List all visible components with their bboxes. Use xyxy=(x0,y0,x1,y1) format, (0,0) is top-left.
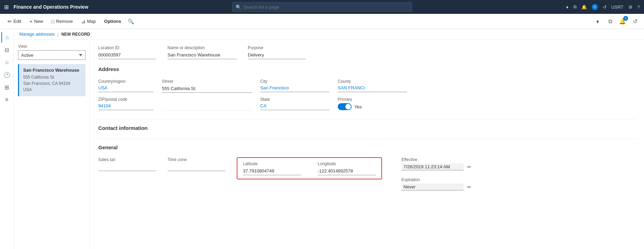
expiration-row: ✏ xyxy=(401,184,472,190)
name-description-input[interactable] xyxy=(167,52,237,59)
expiration-input[interactable] xyxy=(401,184,464,190)
sidebar-icon-favorites[interactable]: ☆ xyxy=(1,57,12,68)
expiration-group: Expiration ✏ xyxy=(401,177,472,190)
address-grid-row1: Country/region USA Street City San Franc… xyxy=(98,79,636,93)
search-bar[interactable]: 🔍 xyxy=(232,2,412,12)
notification-badge: 0 xyxy=(623,16,628,21)
general-fields-row: Sales tax Time zone Latitude xyxy=(98,157,636,190)
refresh-icon[interactable]: ↺ xyxy=(603,5,607,10)
name-description-group: Name or description xyxy=(167,45,237,59)
new-button[interactable]: + New xyxy=(26,17,46,26)
sidebar-icon-grid[interactable]: ⊞ xyxy=(1,82,12,93)
inner-layout: View Active San Francisco Warehouse 555 … xyxy=(14,40,644,248)
help-icon[interactable]: ? xyxy=(637,5,640,10)
refresh-toolbar-icon[interactable]: ↺ xyxy=(630,17,640,26)
time-zone-input[interactable] xyxy=(167,163,226,171)
settings-icon[interactable]: ⚙ xyxy=(628,5,633,10)
bookmark-toolbar-icon[interactable]: ♦ xyxy=(593,17,602,26)
state-group: State CA xyxy=(260,97,329,111)
bookmark-icon[interactable]: ♦ xyxy=(566,5,569,10)
contact-section: Contact information xyxy=(98,119,636,133)
record-card-line1: 555 California St. xyxy=(23,74,81,80)
sidebar-icon-filter[interactable]: ⊟ xyxy=(1,44,12,55)
effective-row: ✏ xyxy=(401,163,472,170)
sales-tax-label: Sales tax xyxy=(98,157,156,162)
options-button[interactable]: Options xyxy=(101,17,125,26)
breadcrumb-current: NEW RECORD xyxy=(61,32,90,37)
view-select[interactable]: Active xyxy=(18,50,85,60)
street-input[interactable] xyxy=(162,85,252,93)
record-card[interactable]: San Francisco Warehouse 555 California S… xyxy=(18,64,85,96)
edit-icon: ✏ xyxy=(8,19,12,24)
zip-value[interactable]: 94104 xyxy=(98,103,154,110)
sidebar-icon-recent[interactable]: 🕐 xyxy=(1,69,12,80)
layers-icon[interactable]: ⧉ xyxy=(573,4,577,10)
primary-toggle-label: Yes xyxy=(354,104,362,109)
notifications-wrap[interactable]: 🔔 xyxy=(581,5,587,10)
left-panel: View Active San Francisco Warehouse 555 … xyxy=(14,40,90,248)
latitude-label: Latitude xyxy=(243,161,301,166)
sales-tax-group: Sales tax xyxy=(98,157,156,171)
sidebar-icon-home[interactable]: ⌂ xyxy=(1,32,12,43)
primary-group: Primary Yes xyxy=(338,97,407,111)
toggle-knob xyxy=(345,104,351,109)
map-button[interactable]: ⊿ Map xyxy=(78,17,99,26)
location-id-group: Location ID xyxy=(98,45,156,59)
address-section: Address Country/region USA Street City xyxy=(98,66,636,111)
county-group: County SAN FRANCI xyxy=(338,79,407,93)
latitude-input[interactable] xyxy=(243,168,301,175)
remove-button[interactable]: □ Remove xyxy=(48,17,76,26)
edit-button[interactable]: ✏ Edit xyxy=(4,17,25,26)
sidebar-icon-list[interactable]: ≡ xyxy=(1,94,12,105)
county-value[interactable]: SAN FRANCI xyxy=(338,85,407,92)
map-icon: ⊿ xyxy=(81,19,85,24)
address-grid-row2: ZIP/postal code 94104 State CA Prima xyxy=(98,97,636,111)
purpose-label: Purpose xyxy=(248,45,306,50)
effective-input[interactable] xyxy=(401,163,464,170)
badge-number: 0 xyxy=(592,4,598,10)
search-input[interactable] xyxy=(232,2,412,12)
location-id-input[interactable] xyxy=(98,52,156,59)
time-zone-label: Time zone xyxy=(167,157,226,162)
toolbar: ✏ Edit + New □ Remove ⊿ Map Options 🔍 ♦ … xyxy=(0,14,644,29)
primary-toggle[interactable] xyxy=(338,103,352,110)
city-value[interactable]: San Francisco xyxy=(260,85,329,92)
primary-label: Primary xyxy=(338,97,407,102)
latitude-group: Latitude xyxy=(243,161,301,175)
expiration-edit-button[interactable]: ✏ xyxy=(466,184,472,190)
country-group: Country/region USA xyxy=(98,79,154,93)
edit-label: Edit xyxy=(13,19,21,24)
remove-label: Remove xyxy=(56,19,73,24)
toolbar-right-icons: ♦ ⧉ 🔔 0 ↺ xyxy=(593,17,640,26)
longitude-input[interactable] xyxy=(318,168,376,175)
purpose-input[interactable] xyxy=(248,52,306,59)
notifications-toolbar-icon[interactable]: 🔔 0 xyxy=(618,17,627,26)
purpose-group: Purpose xyxy=(248,45,306,59)
breadcrumb-separator: | xyxy=(57,32,58,37)
breadcrumb-link[interactable]: Manage addresses xyxy=(19,32,55,37)
remove-icon: □ xyxy=(52,19,54,24)
page-content: Manage addresses | NEW RECORD View Activ… xyxy=(14,29,644,249)
top-fields-row: Location ID Name or description Purpose xyxy=(98,45,636,59)
bell-icon[interactable]: 🔔 xyxy=(581,5,587,10)
user-label[interactable]: USRT xyxy=(611,5,624,10)
effective-label: Effective xyxy=(401,157,472,162)
street-group: Street xyxy=(162,79,252,93)
toolbar-search-icon[interactable]: 🔍 xyxy=(126,17,136,26)
longitude-group: Longitude xyxy=(318,161,376,175)
effective-edit-button[interactable]: ✏ xyxy=(466,163,472,170)
app-title: Finance and Operations Preview xyxy=(13,4,88,10)
zip-group: ZIP/postal code 94104 xyxy=(98,97,154,111)
panel-icon[interactable]: ⧉ xyxy=(605,17,615,26)
record-card-name: San Francisco Warehouse xyxy=(23,68,81,73)
city-group: City San Francisco xyxy=(260,79,329,93)
street-label: Street xyxy=(162,79,252,84)
grid-menu-icon[interactable]: ⊞ xyxy=(4,4,9,10)
state-value[interactable]: CA xyxy=(260,103,329,110)
longitude-label: Longitude xyxy=(318,161,376,166)
sales-tax-input[interactable] xyxy=(98,163,156,171)
plus-icon: + xyxy=(29,19,32,24)
record-card-line3: USA xyxy=(23,87,81,93)
top-nav-right: ♦ ⧉ 🔔 0 ↺ USRT ⚙ ? xyxy=(566,4,640,10)
country-value[interactable]: USA xyxy=(98,85,154,92)
